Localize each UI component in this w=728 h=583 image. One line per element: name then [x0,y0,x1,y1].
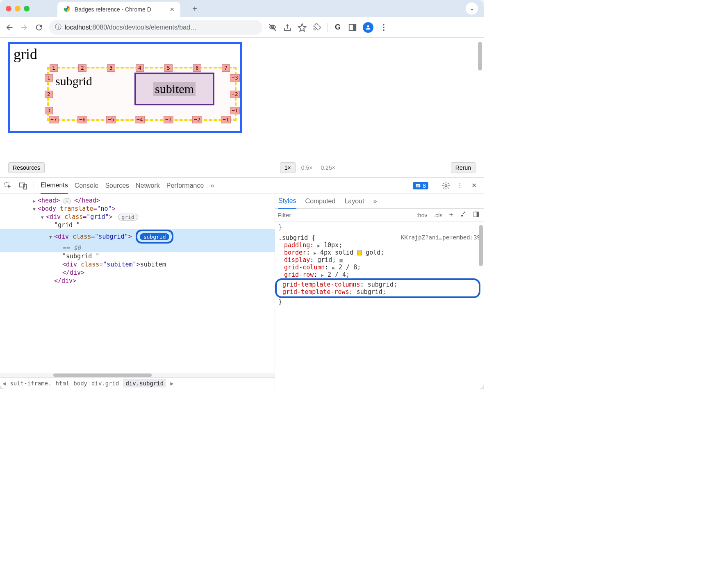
rerun-button[interactable]: Rerun [451,162,475,173]
more-icon[interactable]: ⋮ [457,182,465,190]
grid-container: grid 1 2 3 4 5 6 7 1 2 3 −3 −2 −1 −7 −6 [8,42,242,133]
breadcrumb-prev-icon[interactable]: ◀ [2,380,6,387]
bookmark-star-icon[interactable] [298,23,307,32]
breadcrumb-item[interactable]: body [73,380,87,387]
breadcrumb-next-icon[interactable]: ▶ [170,380,173,387]
dom-text-node[interactable]: "subgrid " [0,252,275,260]
css-rules[interactable]: } .subgrid { KKrajpZ?ani…pe=embed:39 pad… [275,222,484,389]
more-tabs-icon[interactable]: » [373,198,377,205]
new-tab-button[interactable]: + [189,2,201,15]
inspect-icon[interactable] [4,182,12,190]
eye-off-icon[interactable] [268,23,277,32]
tabs-menu-button[interactable]: ⌄ [466,2,478,15]
google-icon[interactable]: G [333,23,342,32]
zoom-05x[interactable]: 0.5× [299,164,315,171]
css-property[interactable]: display: grid; ▦ [284,256,480,264]
tab-layout[interactable]: Layout [344,198,364,205]
tab-title: Badges reference - Chrome D [75,6,151,13]
grid-line-num: −1 [230,107,240,114]
dom-node[interactable]: ▼<div class="grid"> grid [0,213,275,221]
dom-node[interactable]: ▼<body translate="no"> [0,205,275,213]
reload-button[interactable] [34,23,43,32]
back-button[interactable] [5,23,14,32]
forward-button[interactable] [20,23,29,32]
computed-toggle-icon[interactable] [471,211,481,219]
tab-performance[interactable]: Performance [166,182,204,189]
hov-button[interactable]: :hov [415,212,429,219]
css-property[interactable]: border: ▶ 4px solid gold; [284,249,480,256]
tab-network[interactable]: Network [136,182,160,189]
breadcrumb-item[interactable]: sult-iframe. [10,380,51,387]
devtools-body: ▶<head> ⋯ </head> ▼<body translate="no">… [0,194,484,389]
styles-toolbar: :hov .cls + [275,209,484,222]
grid-line-num: 3 [45,107,53,114]
close-window-button[interactable] [6,6,11,11]
page-viewport: grid 1 2 3 4 5 6 7 1 2 3 −3 −2 −1 −7 −6 [0,38,484,161]
zoom-1x[interactable]: 1× [280,162,296,173]
ellipsis-icon[interactable]: ⋯ [64,198,71,204]
source-link[interactable]: KKrajpZ?ani…pe=embed:39 [401,234,480,241]
device-icon[interactable] [19,182,27,190]
brush-icon[interactable] [458,211,468,219]
tab-computed[interactable]: Computed [305,198,336,205]
css-property[interactable]: padding: ▶ 10px; [284,241,480,249]
dom-node[interactable]: <div class="subitem">subitem [0,260,275,269]
horizontal-scrollbar[interactable] [0,373,275,377]
dom-node[interactable]: </div> [0,277,275,285]
settings-icon[interactable] [442,182,450,190]
tab-styles[interactable]: Styles [278,197,296,209]
svg-point-6 [383,27,384,28]
grid-line-num: 2 [78,64,86,72]
scrollbar[interactable] [478,42,482,71]
css-property[interactable]: grid-column: ▶ 2 / 8; [284,264,480,271]
filter-input[interactable] [278,212,412,219]
dom-node-selected[interactable]: ▼<div class="subgrid"> subgrid [0,229,275,244]
browser-tab[interactable]: Badges reference - Chrome D ✕ [57,2,180,17]
grid-badge[interactable]: grid [118,214,138,221]
dom-text-node[interactable]: "grid " [0,221,275,229]
site-info-icon[interactable]: ⓘ [55,23,61,32]
reader-icon[interactable] [348,23,357,32]
issues-badge[interactable]: 8 [413,182,428,189]
breadcrumb-item[interactable]: div.grid [91,380,119,387]
devtools-tabs: Elements Console Sources Network Perform… [0,178,484,194]
dom-node[interactable]: ▶<head> ⋯ </head> [0,196,275,205]
css-property[interactable]: grid-template-rows: subgrid; [282,288,475,296]
profile-avatar[interactable] [363,22,373,33]
address-bar[interactable]: ⓘ localhost:8080/docs/devtools/elements/… [49,20,262,35]
close-devtools-icon[interactable]: ✕ [471,182,480,190]
chrome-favicon-icon [63,5,71,14]
dom-tree[interactable]: ▶<head> ⋯ </head> ▼<body translate="no">… [0,194,275,373]
subgrid-badge[interactable]: subgrid [140,233,170,240]
tab-sources[interactable]: Sources [105,182,129,189]
menu-icon[interactable] [379,23,388,32]
color-swatch-icon[interactable] [357,251,362,255]
traffic-lights [6,6,30,11]
minimize-window-button[interactable] [15,6,20,11]
tab-console[interactable]: Console [75,182,99,189]
css-property[interactable]: grid-template-columns: subgrid; [282,281,475,288]
scrollbar[interactable] [479,225,483,266]
share-icon[interactable] [283,23,292,32]
tab-elements[interactable]: Elements [41,182,68,194]
resources-button[interactable]: Resources [8,162,45,173]
more-tabs-icon[interactable]: » [210,182,214,189]
dom-node[interactable]: </div> [0,269,275,277]
grid-line-num: 1 [50,64,58,72]
css-property[interactable]: grid-row: ▶ 2 / 4; [284,271,480,278]
maximize-window-button[interactable] [24,6,30,11]
grid-label: grid [14,46,237,63]
breadcrumb-item-active[interactable]: div.subgrid [123,379,166,387]
css-selector[interactable]: .subgrid { [278,234,315,241]
separator [34,182,34,190]
breadcrumb-item[interactable]: html [56,380,70,387]
grid-editor-icon[interactable]: ▦ [339,257,343,263]
cls-button[interactable]: .cls [432,212,444,219]
new-rule-icon[interactable]: + [447,211,455,219]
svg-point-5 [383,24,384,25]
zoom-025x[interactable]: 0.25× [318,164,337,171]
styles-tabs: Styles Computed Layout » [275,194,484,209]
extensions-icon[interactable] [312,23,321,32]
close-tab-icon[interactable]: ✕ [170,6,175,13]
grid-line-num: 4 [136,64,144,72]
